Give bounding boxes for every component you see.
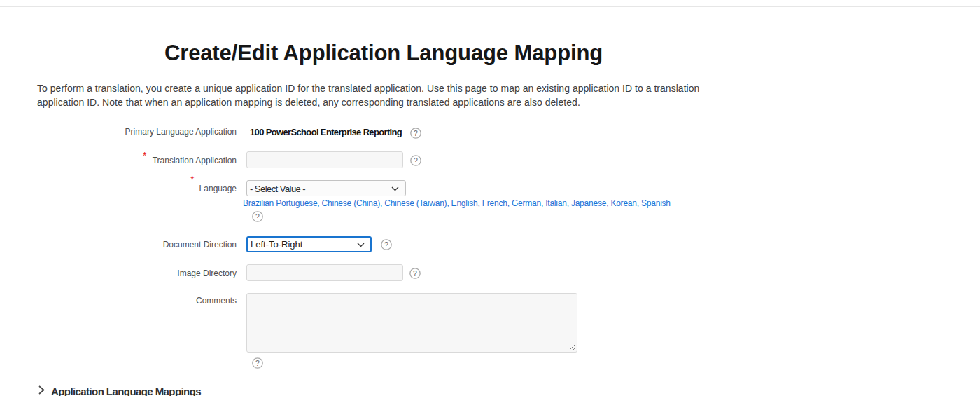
svg-text:?: ? [414, 128, 418, 137]
svg-text:?: ? [413, 268, 417, 277]
svg-text:?: ? [255, 358, 260, 367]
svg-text:?: ? [255, 212, 260, 220]
svg-text:?: ? [414, 156, 418, 165]
svg-text:?: ? [384, 240, 388, 249]
